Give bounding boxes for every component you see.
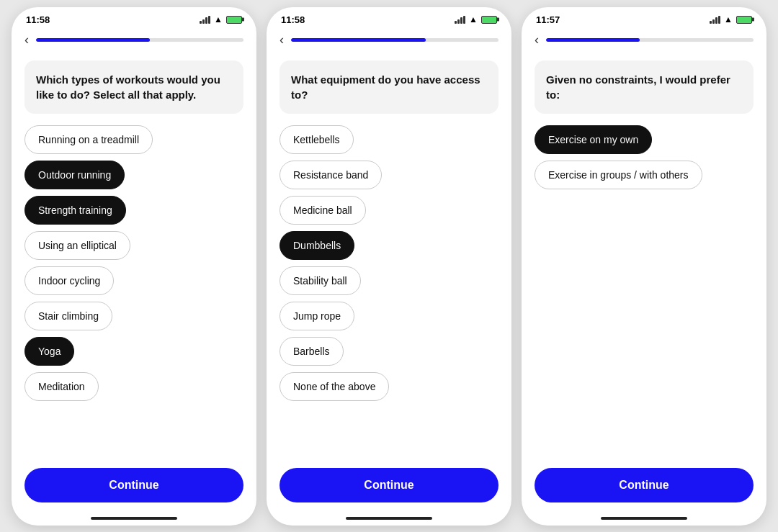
battery-icon-1	[226, 16, 242, 24]
options-list-3: Exercise on my own Exercise in groups / …	[535, 125, 754, 452]
continue-bar-3: Continue	[522, 459, 766, 517]
option-stability-ball[interactable]: Stability ball	[280, 266, 361, 295]
nav-bar-3: ‹	[522, 30, 766, 53]
status-bar-1: 11:58 ▲	[12, 7, 256, 30]
question-text-1: Which types of workouts would you like t…	[36, 73, 220, 101]
status-icons-1: ▲	[200, 14, 242, 24]
time-3: 11:57	[536, 14, 560, 25]
phone-1: 11:58 ▲ ‹ Which types of workouts would …	[12, 7, 256, 526]
option-jump-rope[interactable]: Jump rope	[280, 302, 354, 330]
progress-fill-2	[291, 38, 426, 42]
continue-button-3[interactable]: Continue	[535, 468, 754, 502]
back-button-3[interactable]: ‹	[535, 32, 539, 48]
status-bar-3: 11:57 ▲	[522, 7, 766, 30]
wifi-icon-1: ▲	[214, 14, 223, 24]
status-icons-3: ▲	[710, 14, 752, 24]
continue-button-1[interactable]: Continue	[24, 468, 243, 502]
continue-bar-2: Continue	[267, 459, 511, 517]
home-indicator-2	[346, 517, 432, 520]
options-list-1: Running on a treadmill Outdoor running S…	[24, 125, 243, 452]
option-resistance-band[interactable]: Resistance band	[280, 161, 382, 189]
option-none[interactable]: None of the above	[280, 372, 389, 401]
option-kettlebells[interactable]: Kettlebells	[280, 125, 354, 154]
option-elliptical[interactable]: Using an elliptical	[24, 231, 130, 260]
wifi-icon-3: ▲	[724, 14, 733, 24]
option-meditation[interactable]: Meditation	[24, 372, 99, 401]
battery-icon-2	[481, 16, 497, 24]
phone-3: 11:57 ▲ ‹ Given no constraints, I would …	[522, 7, 766, 526]
option-medicine-ball[interactable]: Medicine ball	[280, 196, 366, 225]
question-box-3: Given no constraints, I would prefer to:	[535, 60, 754, 114]
home-indicator-3	[601, 517, 687, 520]
option-strength-training[interactable]: Strength training	[24, 196, 126, 225]
progress-bar-2	[291, 38, 498, 42]
progress-fill-3	[546, 38, 640, 42]
time-2: 11:58	[281, 14, 305, 25]
option-barbells[interactable]: Barbells	[280, 337, 344, 366]
status-icons-2: ▲	[455, 14, 497, 24]
option-running-treadmill[interactable]: Running on a treadmill	[24, 125, 153, 154]
back-button-2[interactable]: ‹	[280, 32, 284, 48]
signal-icon-2	[455, 16, 465, 24]
question-box-1: Which types of workouts would you like t…	[24, 60, 243, 114]
option-exercise-own[interactable]: Exercise on my own	[535, 125, 652, 154]
signal-icon-3	[710, 16, 720, 24]
wifi-icon-2: ▲	[469, 14, 478, 24]
options-list-2: Kettlebells Resistance band Medicine bal…	[280, 125, 498, 452]
home-indicator-1	[91, 517, 177, 520]
option-dumbbells[interactable]: Dumbbells	[280, 231, 354, 260]
question-text-3: Given no constraints, I would prefer to:	[546, 73, 730, 101]
battery-icon-3	[736, 16, 752, 24]
status-bar-2: 11:58 ▲	[267, 7, 511, 30]
progress-fill-1	[36, 38, 150, 42]
signal-icon-1	[200, 16, 210, 24]
nav-bar-1: ‹	[12, 30, 256, 53]
option-outdoor-running[interactable]: Outdoor running	[24, 161, 125, 189]
time-1: 11:58	[26, 14, 50, 25]
content-1: Which types of workouts would you like t…	[12, 53, 256, 459]
continue-button-2[interactable]: Continue	[280, 468, 498, 502]
content-3: Given no constraints, I would prefer to:…	[522, 53, 766, 459]
back-button-1[interactable]: ‹	[24, 32, 29, 48]
option-indoor-cycling[interactable]: Indoor cycling	[24, 266, 114, 295]
question-box-2: What equipment do you have access to?	[280, 60, 498, 114]
nav-bar-2: ‹	[267, 30, 511, 53]
content-2: What equipment do you have access to? Ke…	[267, 53, 511, 459]
option-exercise-groups[interactable]: Exercise in groups / with others	[535, 161, 702, 189]
progress-bar-1	[36, 38, 243, 42]
question-text-2: What equipment do you have access to?	[291, 73, 480, 101]
option-yoga[interactable]: Yoga	[24, 337, 74, 366]
option-stair-climbing[interactable]: Stair climbing	[24, 302, 112, 330]
progress-bar-3	[546, 38, 754, 42]
phone-2: 11:58 ▲ ‹ What equipment do you have acc…	[267, 7, 511, 526]
continue-bar-1: Continue	[12, 459, 256, 517]
